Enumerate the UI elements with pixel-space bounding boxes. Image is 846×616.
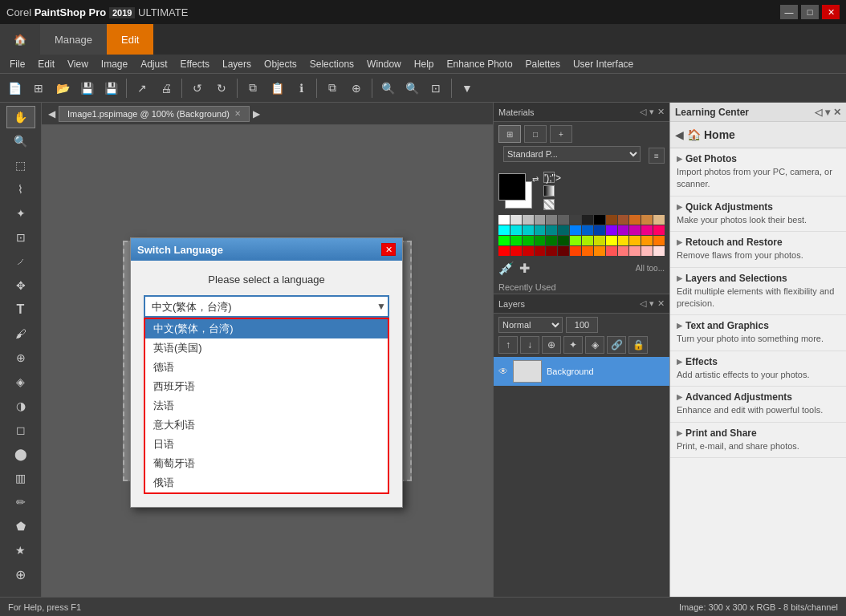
swatch[interactable] [558, 246, 569, 256]
swatch[interactable] [510, 225, 522, 235]
tab-next-arrow[interactable]: ▶ [250, 108, 263, 120]
lang-option-6[interactable]: 日语 [145, 435, 388, 454]
swatch[interactable] [570, 215, 581, 225]
swatch[interactable] [546, 246, 557, 256]
swatch[interactable] [582, 215, 593, 225]
swatch[interactable] [570, 246, 581, 256]
home-button[interactable]: 🏠 [0, 24, 40, 55]
swatch[interactable] [606, 236, 617, 245]
maximize-button[interactable]: □ [801, 5, 819, 19]
swatch[interactable] [629, 246, 641, 256]
swatch[interactable] [510, 246, 522, 256]
menu-effects[interactable]: Effects [174, 57, 216, 71]
menu-image[interactable]: Image [95, 57, 134, 71]
new-group-button[interactable]: ⊕ [542, 336, 561, 354]
paint-tool[interactable]: 🖌 [6, 322, 35, 345]
zoom-out-button[interactable]: 🔍 [376, 77, 399, 99]
palette-select[interactable]: Standard P... [503, 146, 641, 162]
layers-close-icon[interactable]: ✕ [657, 298, 665, 309]
swatch[interactable] [535, 246, 546, 256]
info-button[interactable]: ℹ [290, 77, 312, 99]
swatch[interactable] [582, 246, 593, 256]
pattern-swatch[interactable] [543, 199, 555, 210]
foreground-color-box[interactable] [498, 173, 526, 201]
lc-pin-icon[interactable]: ◁ [815, 107, 822, 118]
lang-option-0[interactable]: 中文(繁体，台湾) [145, 319, 388, 338]
paste-button[interactable]: 📋 [266, 77, 288, 99]
swatch[interactable] [498, 225, 510, 235]
fit-button[interactable]: ⊡ [425, 77, 447, 99]
swatch[interactable] [498, 215, 510, 225]
shape-tool[interactable]: ⬟ [6, 515, 35, 537]
swatch[interactable] [498, 236, 510, 245]
menu-edit[interactable]: Edit [31, 57, 61, 71]
smart-carver-button[interactable]: ⊕ [345, 77, 368, 99]
menu-help[interactable]: Help [408, 57, 441, 71]
menu-objects[interactable]: Objects [258, 57, 303, 71]
copy-merged-button[interactable]: ⧉ [242, 77, 264, 99]
warp-button[interactable]: ⧉ [321, 77, 344, 99]
gradient-tool[interactable]: ▥ [6, 467, 35, 489]
add-layer-button[interactable]: ⊕ [6, 563, 35, 586]
lc-home-button[interactable]: 🏠 [687, 128, 701, 141]
zoom-in-button[interactable]: 🔍 [401, 77, 423, 99]
swatch[interactable] [523, 215, 534, 225]
materials-palette-tab[interactable]: □ [524, 125, 547, 143]
swatch[interactable] [618, 246, 629, 256]
swatch[interactable] [558, 236, 569, 245]
lang-option-2[interactable]: 德语 [145, 358, 388, 377]
swatch[interactable] [629, 225, 641, 235]
swatch[interactable] [523, 236, 534, 245]
swatch[interactable] [546, 236, 557, 245]
swatch[interactable] [618, 215, 629, 225]
swatch[interactable] [629, 236, 641, 245]
eraser-tool[interactable]: ◻ [6, 419, 35, 441]
new-layer-button[interactable]: ↑ [498, 336, 518, 354]
swatch[interactable] [546, 215, 557, 225]
swatch[interactable] [653, 225, 665, 235]
swatch[interactable] [641, 236, 653, 245]
dialog-close-button[interactable]: ✕ [381, 243, 396, 256]
swatch[interactable] [594, 215, 605, 225]
swatch[interactable] [653, 236, 665, 245]
layers-menu-icon[interactable]: ▾ [649, 298, 654, 309]
swatch[interactable] [606, 215, 617, 225]
mask-button[interactable]: ◈ [585, 336, 604, 354]
move-tool[interactable]: ✥ [6, 274, 35, 297]
swatch[interactable] [523, 225, 534, 235]
swatch[interactable] [618, 236, 629, 245]
swatch[interactable] [523, 246, 534, 256]
lang-option-8[interactable]: 俄语 [145, 473, 388, 492]
manage-button[interactable]: Manage [40, 24, 107, 55]
edit-button[interactable]: Edit [107, 24, 153, 55]
magic-wand-tool[interactable]: ✦ [6, 202, 35, 225]
menu-enhance-photo[interactable]: Enhance Photo [440, 57, 519, 71]
clone-tool[interactable]: ⊕ [6, 346, 35, 369]
link-button[interactable]: 🔗 [607, 336, 626, 354]
lc-advanced-title[interactable]: Advanced Adjustments [677, 391, 840, 403]
redo-button[interactable]: ↻ [210, 77, 233, 99]
layer-item-background[interactable]: 👁 Background [494, 357, 669, 386]
swatch[interactable] [558, 225, 569, 235]
dodge-burn-tool[interactable]: ◑ [6, 395, 35, 417]
share-button[interactable]: ↗ [131, 77, 153, 99]
lc-back-button[interactable]: ◀ [675, 128, 684, 141]
layer-visibility-icon[interactable]: 👁 [498, 366, 508, 377]
swatch[interactable] [498, 246, 510, 256]
lock-button[interactable]: 🔒 [628, 336, 648, 354]
menu-window[interactable]: Window [360, 57, 408, 71]
save-button[interactable]: 💾 [75, 77, 98, 99]
retouch-tool[interactable]: ◈ [6, 371, 35, 393]
swatch[interactable] [629, 215, 641, 225]
layers-pin-icon[interactable]: ◁ [640, 298, 646, 309]
open-button[interactable]: 📂 [51, 77, 74, 99]
lc-text-title[interactable]: Text and Graphics [677, 320, 840, 331]
text-tool[interactable]: T [6, 298, 35, 321]
swatch[interactable] [653, 215, 665, 225]
gradient-swatch[interactable] [543, 185, 555, 197]
tab-prev-arrow[interactable]: ◀ [45, 108, 59, 120]
lc-quick-adj-title[interactable]: Quick Adjustments [677, 201, 840, 213]
swatch[interactable] [582, 236, 593, 245]
image-tab[interactable]: Image1.pspimage @ 100% (Background) ✕ [59, 106, 250, 122]
pan-tool[interactable]: ✋ [6, 106, 35, 128]
